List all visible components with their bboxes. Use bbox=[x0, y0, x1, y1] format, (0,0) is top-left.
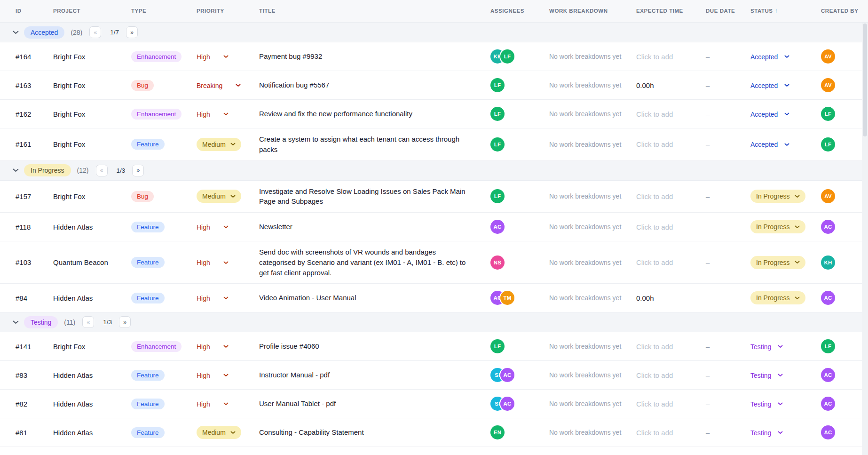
due-date[interactable]: – bbox=[706, 192, 750, 200]
expected-time-field[interactable]: 0.00h bbox=[636, 81, 654, 89]
vertical-scrollbar[interactable] bbox=[862, 23, 868, 455]
priority-dropdown[interactable]: High bbox=[197, 53, 229, 61]
type-cell: Bug bbox=[131, 191, 197, 202]
assignee-avatars[interactable]: LF bbox=[490, 78, 544, 92]
priority-dropdown[interactable]: High bbox=[197, 343, 229, 351]
priority-dropdown[interactable]: High bbox=[197, 111, 229, 118]
column-header-status[interactable]: STATUS↑ bbox=[750, 7, 821, 15]
column-header-priority[interactable]: PRIORITY bbox=[197, 8, 259, 15]
due-date[interactable]: – bbox=[706, 81, 750, 89]
assignees-cell: EN bbox=[490, 425, 549, 439]
status-dropdown[interactable]: Testing bbox=[750, 400, 783, 408]
status-cell: Accepted bbox=[750, 140, 821, 148]
pager-prev-button[interactable]: « bbox=[82, 316, 94, 328]
status-dropdown[interactable]: In Progress bbox=[750, 220, 805, 233]
pager-prev-button[interactable]: « bbox=[96, 165, 108, 176]
chevron-down-icon[interactable] bbox=[12, 31, 19, 34]
column-header-project[interactable]: PROJECT bbox=[53, 8, 131, 15]
status-dropdown[interactable]: Accepted bbox=[750, 53, 789, 61]
assignee-avatars[interactable]: LF bbox=[490, 189, 544, 203]
column-header-type[interactable]: TYPE bbox=[131, 8, 197, 15]
type-cell: Feature bbox=[131, 370, 197, 381]
assignee-avatars[interactable]: SIAC bbox=[490, 368, 544, 382]
priority-dropdown[interactable]: High bbox=[197, 295, 229, 302]
assignee-avatars[interactable]: NS bbox=[490, 255, 544, 270]
group-status-pill[interactable]: In Progress bbox=[24, 164, 71, 176]
priority-dropdown[interactable]: High bbox=[197, 224, 229, 231]
project-name: Hidden Atlas bbox=[53, 371, 131, 379]
priority-dropdown[interactable]: High bbox=[197, 259, 229, 266]
group-status-pill[interactable]: Accepted bbox=[24, 26, 64, 39]
status-dropdown[interactable]: Accepted bbox=[750, 82, 789, 89]
expected-time-field[interactable]: Click to add bbox=[636, 110, 673, 118]
priority-dropdown[interactable]: High bbox=[197, 400, 229, 408]
priority-dropdown[interactable]: Medium bbox=[197, 426, 241, 439]
assignee-avatars[interactable]: EN bbox=[490, 425, 544, 439]
pager-prev-button[interactable]: « bbox=[89, 26, 101, 38]
status-dropdown[interactable]: In Progress bbox=[750, 291, 805, 304]
project-name: Quantum Beacon bbox=[53, 258, 131, 266]
expected-time-field[interactable]: Click to add bbox=[636, 53, 673, 61]
status-dropdown[interactable]: Testing bbox=[750, 343, 783, 351]
column-header-expected-time[interactable]: EXPECTED TIME bbox=[636, 8, 706, 15]
work-breakdown-text: No work breakdowns yet bbox=[549, 343, 636, 350]
expected-time-field[interactable]: Click to add bbox=[636, 223, 673, 231]
assignee-avatars[interactable]: LF bbox=[490, 339, 544, 353]
status-dropdown[interactable]: Accepted bbox=[750, 141, 789, 148]
priority-dropdown[interactable]: High bbox=[197, 372, 229, 379]
chevron-down-icon[interactable] bbox=[12, 168, 19, 172]
due-date[interactable]: – bbox=[706, 223, 750, 231]
status-dropdown[interactable]: In Progress bbox=[750, 190, 805, 203]
scrollbar-thumb[interactable] bbox=[863, 24, 867, 136]
expected-time-field[interactable]: Click to add bbox=[636, 371, 673, 379]
status-label: Accepted bbox=[750, 82, 778, 89]
assignee-avatars[interactable]: KHLF bbox=[490, 49, 544, 64]
assignee-avatars[interactable]: ACTM bbox=[490, 291, 544, 305]
pager-next-button[interactable]: » bbox=[132, 165, 144, 176]
expected-time-field[interactable]: Click to add bbox=[636, 400, 673, 408]
due-date[interactable]: – bbox=[706, 53, 750, 61]
status-label: Testing bbox=[750, 429, 771, 437]
assignee-avatars[interactable]: LF bbox=[490, 107, 544, 121]
expected-time-field[interactable]: Click to add bbox=[636, 343, 673, 351]
expected-time-field[interactable]: 0.00h bbox=[636, 294, 654, 302]
column-header-due-date[interactable]: DUE DATE bbox=[706, 8, 750, 15]
column-header-work-breakdown[interactable]: WORK BREAKDOWN bbox=[549, 8, 636, 15]
status-dropdown[interactable]: Accepted bbox=[750, 111, 789, 118]
chevron-down-icon[interactable] bbox=[12, 320, 19, 324]
pager-next-button[interactable]: » bbox=[126, 26, 138, 38]
status-dropdown[interactable]: Testing bbox=[750, 429, 783, 437]
issue-id: #141 bbox=[16, 343, 53, 351]
assignee-avatars[interactable]: SIAC bbox=[490, 397, 544, 411]
column-header-created-by[interactable]: CREATED BY bbox=[821, 8, 868, 15]
status-dropdown[interactable]: Testing bbox=[750, 372, 783, 379]
column-header-id[interactable]: ID bbox=[16, 8, 53, 15]
due-date[interactable]: – bbox=[706, 371, 750, 379]
pager-next-button[interactable]: » bbox=[119, 316, 131, 328]
avatar: LF bbox=[500, 49, 514, 64]
assignee-avatars[interactable]: LF bbox=[490, 137, 544, 152]
due-date[interactable]: – bbox=[706, 429, 750, 437]
expected-time-field[interactable]: Click to add bbox=[636, 429, 673, 437]
due-date[interactable]: – bbox=[706, 110, 750, 118]
group-status-pill[interactable]: Testing bbox=[24, 316, 58, 328]
priority-dropdown[interactable]: Medium bbox=[197, 190, 241, 203]
avatar: AC bbox=[821, 397, 835, 411]
column-header-title[interactable]: TITLE bbox=[259, 8, 490, 15]
status-dropdown[interactable]: In Progress bbox=[750, 256, 805, 269]
chevron-down-icon bbox=[223, 55, 229, 58]
due-date[interactable]: – bbox=[706, 400, 750, 408]
due-date[interactable]: – bbox=[706, 343, 750, 351]
due-date[interactable]: – bbox=[706, 258, 750, 266]
expected-time-field[interactable]: Click to add bbox=[636, 258, 673, 266]
due-date[interactable]: – bbox=[706, 294, 750, 302]
column-header-assignees[interactable]: ASSIGNEES bbox=[490, 8, 549, 15]
priority-dropdown[interactable]: Medium bbox=[197, 138, 241, 151]
expected-time-field[interactable]: Click to add bbox=[636, 192, 673, 200]
expected-time-field[interactable]: Click to add bbox=[636, 140, 673, 148]
assignee-avatars[interactable]: AC bbox=[490, 220, 544, 234]
work-breakdown-text: No work breakdowns yet bbox=[549, 371, 636, 379]
due-date[interactable]: – bbox=[706, 140, 750, 148]
project-name: Bright Fox bbox=[53, 192, 131, 200]
priority-dropdown[interactable]: Breaking bbox=[197, 82, 241, 89]
